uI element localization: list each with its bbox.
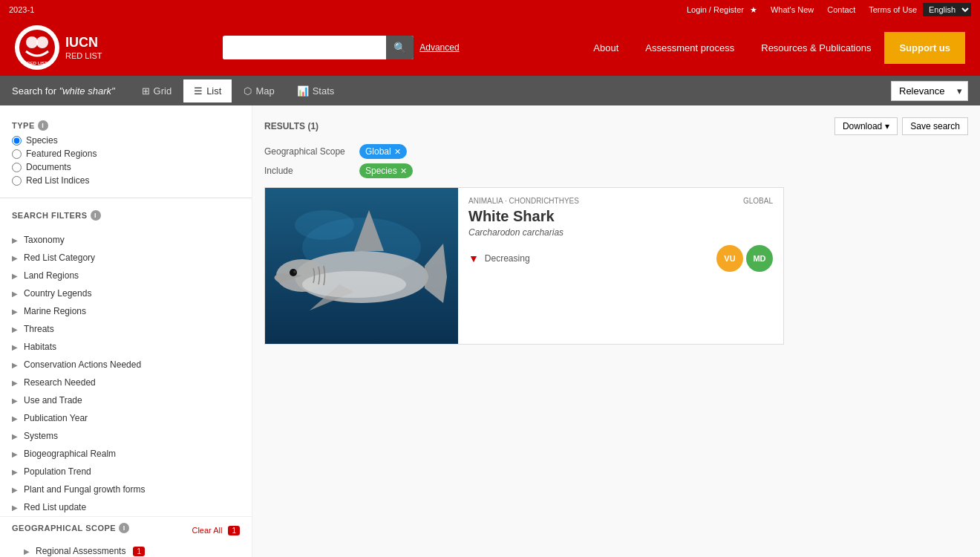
result-global-badge: GLOBAL bbox=[743, 197, 773, 205]
chevron-right-icon: ▶ bbox=[24, 547, 31, 556]
badge-md[interactable]: MD bbox=[746, 245, 773, 272]
radio-documents[interactable]: Documents bbox=[12, 162, 240, 172]
geo-scope-label: GEOGRAPHICAL SCOPE i bbox=[12, 523, 129, 533]
filter-red-list-category[interactable]: ▶ Red List Category bbox=[0, 249, 252, 267]
logo-circle: RED LIST bbox=[15, 25, 59, 70]
search-input[interactable]: white shark bbox=[223, 36, 386, 59]
geo-clear-all-link[interactable]: Clear All bbox=[192, 526, 222, 535]
filter-items-list: ▶ Taxonomy ▶ Red List Category ▶ Land Re… bbox=[0, 231, 252, 516]
include-chip-close[interactable]: ✕ bbox=[400, 166, 407, 176]
search-filters-section: SEARCH FILTERS i bbox=[0, 204, 252, 231]
top-bar-left: 2023-1 bbox=[9, 5, 34, 14]
contact-link[interactable]: Contact bbox=[827, 5, 855, 14]
divider-1 bbox=[0, 198, 252, 198]
filters-label: SEARCH FILTERS i bbox=[12, 210, 240, 221]
geo-regional-assessments[interactable]: ▶ Regional Assessments 1 bbox=[12, 542, 240, 557]
filter-marine-regions[interactable]: ▶ Marine Regions bbox=[0, 302, 252, 320]
tab-map[interactable]: ⬡ Map bbox=[233, 79, 284, 102]
filter-biogeographical[interactable]: ▶ Biogeographical Realm bbox=[0, 445, 252, 463]
radio-featured[interactable]: Featured Regions bbox=[12, 149, 240, 159]
download-button[interactable]: Download ▾ bbox=[834, 117, 898, 135]
badge-vu[interactable]: VU bbox=[716, 245, 743, 272]
tab-grid[interactable]: ⊞ Grid bbox=[131, 79, 183, 102]
svg-text:RED LIST: RED LIST bbox=[27, 61, 48, 65]
relevance-select-wrap: Relevance bbox=[891, 81, 968, 101]
filter-country-legends[interactable]: ▶ Country Legends bbox=[0, 284, 252, 302]
language-select[interactable]: English bbox=[923, 3, 971, 16]
terms-link[interactable]: Terms of Use bbox=[869, 5, 917, 14]
support-button[interactable]: Support us bbox=[884, 32, 965, 64]
filter-research[interactable]: ▶ Research Needed bbox=[0, 374, 252, 391]
header: RED LIST IUCN RED LIST white shark 🔍 Adv… bbox=[0, 19, 980, 76]
filter-land-regions[interactable]: ▶ Land Regions bbox=[0, 267, 252, 284]
chevron-right-icon: ▶ bbox=[12, 397, 19, 405]
top-bar: 2023-1 Login / Register ★ What's New Con… bbox=[0, 0, 980, 19]
radio-indices[interactable]: Red List Indices bbox=[12, 175, 240, 186]
result-common-name: White Shark bbox=[468, 208, 773, 225]
search-tabs-bar: Search for "white shark" ⊞ Grid ☰ List ⬡… bbox=[0, 76, 980, 105]
tab-list-label: List bbox=[206, 85, 221, 97]
filter-taxonomy[interactable]: ▶ Taxonomy bbox=[0, 231, 252, 249]
filter-chips: Geographical Scope Global ✕ Include Spec… bbox=[264, 144, 968, 178]
type-info-icon[interactable]: i bbox=[38, 120, 48, 131]
search-button[interactable]: 🔍 bbox=[386, 36, 414, 59]
geo-info-icon[interactable]: i bbox=[119, 523, 129, 533]
results-count: RESULTS (1) bbox=[264, 121, 318, 131]
chevron-right-icon: ▶ bbox=[12, 254, 19, 262]
whats-new-link[interactable]: What's New bbox=[771, 5, 814, 14]
year-label: 2023-1 bbox=[9, 5, 34, 14]
logo-text-area: IUCN RED LIST bbox=[65, 35, 102, 60]
save-search-button[interactable]: Save search bbox=[902, 117, 968, 135]
results-area: RESULTS (1) Download ▾ Save search Geogr… bbox=[252, 105, 980, 557]
svg-point-1 bbox=[26, 36, 38, 48]
list-icon: ☰ bbox=[194, 85, 203, 97]
geo-scope-chip[interactable]: Global ✕ bbox=[359, 144, 407, 159]
search-box: white shark 🔍 bbox=[223, 36, 414, 59]
result-info: ANIMALIA · CHONDRICHTHYES GLOBAL White S… bbox=[458, 188, 783, 344]
trend-label: Decreasing bbox=[485, 253, 530, 264]
nav-resources[interactable]: Resources & Publications bbox=[748, 32, 884, 64]
chevron-right-icon: ▶ bbox=[12, 290, 19, 298]
logo-subtitle: RED LIST bbox=[65, 51, 102, 60]
chevron-right-icon: ▶ bbox=[12, 450, 19, 458]
geo-clear-area: Clear All 1 bbox=[192, 526, 240, 535]
geo-chip-close[interactable]: ✕ bbox=[394, 147, 401, 157]
tab-stats[interactable]: 📊 Stats bbox=[287, 79, 345, 102]
filter-conservation[interactable]: ▶ Conservation Actions Needed bbox=[0, 356, 252, 374]
geo-scope-filter-row: Geographical Scope Global ✕ bbox=[264, 144, 968, 159]
filter-threats[interactable]: ▶ Threats bbox=[0, 320, 252, 338]
radio-species[interactable]: Species bbox=[12, 135, 240, 146]
include-chip[interactable]: Species ✕ bbox=[359, 163, 413, 178]
svg-point-0 bbox=[19, 30, 55, 65]
grid-icon: ⊞ bbox=[142, 85, 150, 97]
chevron-right-icon: ▶ bbox=[12, 486, 19, 494]
advanced-link[interactable]: Advanced bbox=[419, 42, 459, 53]
filter-use-trade[interactable]: ▶ Use and Trade bbox=[0, 391, 252, 409]
filters-info-icon[interactable]: i bbox=[91, 210, 101, 221]
stats-icon: 📊 bbox=[297, 85, 309, 97]
geo-scope-header: GEOGRAPHICAL SCOPE i Clear All 1 bbox=[12, 523, 240, 538]
relevance-dropdown-wrap: Relevance bbox=[891, 81, 968, 101]
filter-population-trend[interactable]: ▶ Population Trend bbox=[0, 463, 252, 481]
main-layout: TYPE i Species Featured Regions Document… bbox=[0, 105, 980, 557]
nav-links: About Assessment process Resources & Pub… bbox=[580, 32, 965, 64]
chevron-right-icon: ▶ bbox=[12, 504, 19, 512]
nav-about[interactable]: About bbox=[580, 32, 632, 64]
result-card[interactable]: ANIMALIA · CHONDRICHTHYES GLOBAL White S… bbox=[264, 187, 784, 345]
include-filter-label: Include bbox=[264, 166, 353, 176]
filter-habitats[interactable]: ▶ Habitats bbox=[0, 338, 252, 356]
chevron-right-icon: ▶ bbox=[12, 414, 19, 423]
filter-red-list-update[interactable]: ▶ Red List update bbox=[0, 498, 252, 516]
relevance-dropdown[interactable]: Relevance bbox=[891, 81, 968, 101]
svg-point-2 bbox=[36, 36, 48, 48]
svg-point-6 bbox=[295, 210, 354, 240]
search-bar-label: Search for "white shark" bbox=[12, 85, 115, 97]
filter-plant-fungal[interactable]: ▶ Plant and Fungal growth forms bbox=[0, 481, 252, 498]
nav-assessment[interactable]: Assessment process bbox=[632, 32, 748, 64]
filter-publication-year[interactable]: ▶ Publication Year bbox=[0, 409, 252, 427]
filter-systems[interactable]: ▶ Systems bbox=[0, 427, 252, 445]
tab-list[interactable]: ☰ List bbox=[183, 79, 232, 102]
geo-scope-section: GEOGRAPHICAL SCOPE i Clear All 1 ▶ Regio… bbox=[0, 516, 252, 557]
chevron-right-icon: ▶ bbox=[12, 432, 19, 440]
login-link[interactable]: Login / Register bbox=[687, 5, 744, 14]
